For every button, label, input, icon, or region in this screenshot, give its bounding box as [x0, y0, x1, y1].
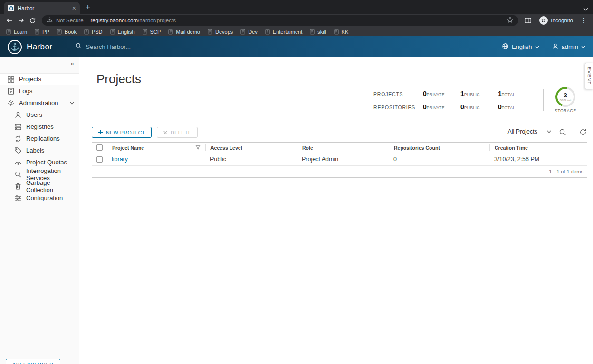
- cell-role: Project Admin: [297, 156, 389, 163]
- brand-title: Harbor: [27, 42, 52, 52]
- registries-icon: [14, 123, 22, 131]
- storage-label: STORAGE: [555, 108, 576, 113]
- cell-access-level: Public: [205, 156, 297, 163]
- sidebar-item-labels[interactable]: Labels: [0, 144, 79, 156]
- stat-repos-total: 0TOTAL: [498, 103, 536, 111]
- sidebar: « Projects Logs Administration Users R: [0, 57, 79, 364]
- bookmark-item[interactable]: English: [110, 29, 135, 35]
- bookmark-icon: [240, 29, 246, 35]
- column-access-level: Access Level: [205, 144, 297, 151]
- bookmark-item[interactable]: Mail demo: [168, 29, 200, 35]
- stat-projects-total: 1TOTAL: [498, 89, 536, 98]
- chevron-down-icon: [547, 130, 551, 133]
- stats-divider: [543, 89, 544, 111]
- sidebar-item-interrogation-services[interactable]: Interrogation Services: [0, 168, 79, 180]
- logs-icon: [7, 87, 15, 95]
- tab-title: Harbor: [18, 5, 69, 11]
- project-type-select[interactable]: All Projects: [506, 127, 553, 136]
- bookmark-item[interactable]: Devops: [207, 29, 233, 35]
- tab-favicon-icon: [8, 5, 14, 11]
- user-icon: [552, 43, 559, 51]
- summary-stats: PROJECTS 0PRIVATE 1PUBLIC 1TOTAL REPOSIT…: [373, 87, 580, 113]
- chevron-down-icon: [581, 46, 585, 48]
- sidebar-item-replications[interactable]: Replications: [0, 133, 79, 144]
- incognito-badge[interactable]: Incognito: [537, 16, 575, 25]
- bookmark-item[interactable]: SCP: [142, 29, 161, 35]
- bookmark-item[interactable]: KK: [334, 29, 349, 35]
- sidebar-item-logs[interactable]: Logs: [0, 85, 79, 97]
- browser-menu-icon[interactable]: ⋮: [579, 17, 589, 24]
- bookmark-icon: [142, 29, 148, 35]
- stat-projects-private: 0PRIVATE: [423, 89, 460, 98]
- bookmark-item[interactable]: PSD: [84, 29, 103, 35]
- tab-search-chevron-icon[interactable]: [583, 4, 588, 13]
- user-menu[interactable]: admin: [552, 43, 585, 51]
- new-tab-button[interactable]: +: [86, 3, 90, 12]
- projects-table: Project Name Access Level Role Repositor…: [92, 142, 587, 178]
- event-side-tab[interactable]: EVENT: [585, 63, 593, 89]
- address-bar[interactable]: Not Secure registry.baohoi.com/harbor/pr…: [42, 15, 518, 26]
- browser-tab[interactable]: Harbor ×: [4, 2, 80, 14]
- table-actions: NEW PROJECT DELETE: [92, 127, 198, 138]
- storage-value: 3: [564, 92, 567, 99]
- search-icon: [75, 42, 82, 51]
- bookmark-item[interactable]: skill: [309, 29, 326, 35]
- bookmark-item[interactable]: Dev: [240, 29, 258, 35]
- sidebar-item-configuration[interactable]: Configuration: [0, 192, 79, 204]
- language-menu[interactable]: English: [502, 43, 539, 51]
- row-checkbox[interactable]: [92, 156, 107, 163]
- bookmark-item[interactable]: Book: [57, 29, 77, 35]
- stat-repos-public: 0PUBLIC: [460, 103, 498, 111]
- chevron-down-icon: [70, 102, 74, 105]
- omnibox-divider: [87, 18, 87, 23]
- search-input[interactable]: [86, 43, 218, 50]
- incognito-avatar-icon: [539, 16, 548, 25]
- items-count-label: 1 - 1 of 1 items: [549, 169, 583, 174]
- cell-creation-time: 3/10/23, 2:56 PM: [489, 156, 587, 163]
- column-creation-time: Creation Time: [489, 144, 587, 151]
- back-icon[interactable]: [4, 15, 15, 26]
- storage-limit: 8GBLimit: [560, 99, 572, 102]
- event-tab-label: EVENT: [587, 67, 592, 85]
- bookmark-icon: [309, 29, 315, 35]
- repositories-stats-label: REPOSITORIES: [373, 105, 423, 110]
- filter-bar: All Projects: [506, 127, 587, 136]
- sidebar-item-project-quotas[interactable]: Project Quotas: [0, 156, 79, 168]
- toolbar-divider: [573, 128, 573, 136]
- api-explorer-button[interactable]: API EXPLORER: [6, 359, 60, 364]
- username-label: admin: [562, 43, 578, 50]
- reload-icon[interactable]: [27, 15, 38, 26]
- harbor-logo-icon: ⚓: [8, 40, 22, 54]
- filter-funnel-icon[interactable]: [195, 145, 201, 150]
- sidebar-item-garbage-collection[interactable]: Garbage Collection: [0, 180, 79, 192]
- cell-repositories-count: 0: [389, 156, 489, 163]
- refresh-icon[interactable]: [579, 128, 587, 136]
- chevron-down-icon: [535, 46, 539, 48]
- main-content: Projects PROJECTS 0PRIVATE 1PUBLIC 1TOTA…: [80, 57, 593, 364]
- bookmark-icon: [34, 29, 40, 35]
- tab-close-icon[interactable]: ×: [72, 5, 76, 11]
- side-panel-icon[interactable]: [522, 15, 534, 26]
- x-icon: [163, 130, 168, 135]
- stat-projects-public: 1PUBLIC: [460, 89, 498, 98]
- not-secure-warning-icon: [47, 16, 53, 25]
- sidebar-item-users[interactable]: Users: [0, 109, 79, 121]
- sidebar-item-administration[interactable]: Administration: [0, 97, 79, 109]
- table-footer: 1 - 1 of 1 items: [92, 166, 587, 178]
- bookmark-item[interactable]: Learn: [6, 29, 27, 35]
- bookmark-item[interactable]: Entertaiment: [265, 29, 302, 35]
- url-path: /harbor/projects: [138, 18, 176, 23]
- interrogation-icon: [14, 171, 22, 178]
- sidebar-collapse-icon[interactable]: «: [71, 60, 74, 67]
- forward-icon[interactable]: [15, 15, 27, 26]
- global-search[interactable]: [75, 42, 218, 51]
- delete-button[interactable]: DELETE: [157, 127, 198, 138]
- select-all-checkbox[interactable]: [92, 144, 107, 151]
- project-link[interactable]: library: [112, 156, 128, 163]
- table-search-icon[interactable]: [558, 128, 567, 136]
- bookmark-item[interactable]: PP: [34, 29, 49, 35]
- sidebar-item-projects[interactable]: Projects: [0, 73, 79, 85]
- new-project-button[interactable]: NEW PROJECT: [92, 127, 152, 138]
- sidebar-item-registries[interactable]: Registries: [0, 121, 79, 133]
- bookmark-star-icon[interactable]: [507, 16, 514, 25]
